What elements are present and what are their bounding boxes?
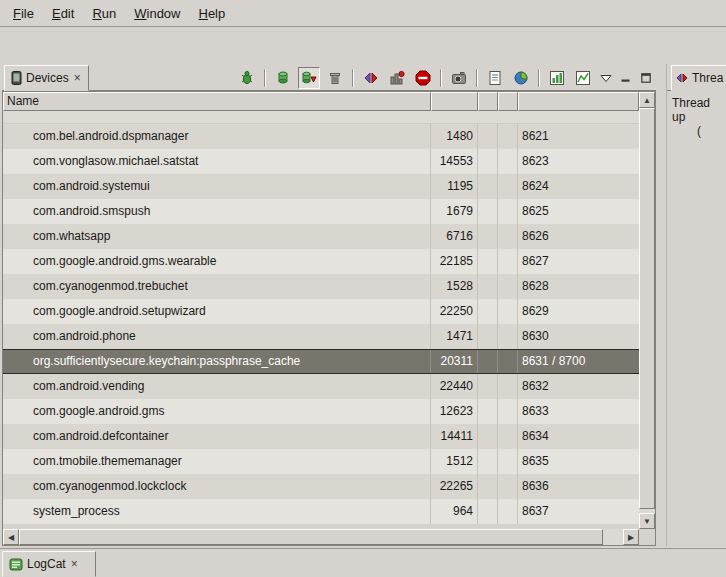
menu-window[interactable]: Window — [125, 2, 189, 25]
process-port: 8625 — [518, 199, 639, 224]
column-header-status2[interactable] — [498, 92, 518, 111]
vertical-scroll-thumb[interactable] — [639, 108, 655, 509]
process-pid: 14411 — [431, 424, 478, 449]
process-port: 8628 — [518, 274, 639, 299]
maximize-button[interactable] — [638, 70, 654, 86]
close-icon[interactable]: × — [73, 71, 82, 85]
process-pid: 22185 — [431, 249, 478, 274]
process-port: 8629 — [518, 299, 639, 324]
device-icon — [11, 71, 22, 85]
process-port: 8635 — [518, 449, 639, 474]
process-status-cell — [478, 350, 498, 373]
view-menu-button[interactable] — [598, 70, 614, 86]
process-status-cell — [478, 199, 498, 224]
process-name: com.google.android.setupwizard — [3, 299, 431, 324]
table-row[interactable]: com.android.defcontainer144118634 — [3, 424, 639, 449]
process-name: com.google.android.gms.wearable — [3, 249, 431, 274]
process-name: com.bel.android.dspmanager — [3, 124, 431, 149]
process-status-cell2 — [498, 249, 518, 274]
process-port: 8621 — [518, 124, 639, 149]
vertical-scrollbar[interactable]: ▲ ▼ — [639, 92, 655, 529]
stop-process-button[interactable] — [412, 67, 434, 89]
table-row[interactable]: com.vonglasow.michael.satstat145538623 — [3, 149, 639, 174]
process-status-cell2 — [498, 374, 518, 399]
scroll-right-arrow[interactable]: ▶ — [623, 529, 639, 545]
process-name: system_process — [3, 499, 431, 524]
column-header-status[interactable] — [478, 92, 498, 111]
table-row[interactable]: com.android.vending224408632 — [3, 374, 639, 399]
tab-devices[interactable]: Devices × — [4, 65, 89, 91]
table-row[interactable]: com.google.android.gms126238633 — [3, 399, 639, 424]
scroll-left-arrow[interactable]: ◀ — [3, 529, 19, 545]
menu-edit[interactable]: Edit — [43, 2, 83, 25]
table-row[interactable]: com.android.phone14718630 — [3, 324, 639, 349]
process-status-cell — [478, 299, 498, 324]
table-body: com.bel.android.dspmanager14808621com.vo… — [3, 111, 639, 529]
process-port: 8633 — [518, 399, 639, 424]
minimize-button[interactable] — [618, 70, 634, 86]
column-header-port[interactable] — [518, 92, 639, 111]
process-status-cell — [478, 374, 498, 399]
process-status-cell — [478, 424, 498, 449]
method-profiling-button[interactable] — [386, 67, 408, 89]
menu-run[interactable]: Run — [83, 2, 125, 25]
table-row[interactable]: com.google.android.setupwizard222508629 — [3, 299, 639, 324]
table-rows: com.bel.android.dspmanager14808621com.vo… — [3, 124, 639, 524]
app-window: File Edit Run Window Help Devices × — [0, 0, 726, 577]
process-status-cell — [478, 224, 498, 249]
threads-icon — [676, 72, 688, 84]
debug-process-button[interactable] — [236, 67, 258, 89]
screen-capture-button[interactable] — [448, 67, 470, 89]
menu-file[interactable]: File — [4, 2, 43, 25]
process-status-cell — [478, 249, 498, 274]
menu-help[interactable]: Help — [189, 2, 234, 25]
table-row[interactable]: com.bel.android.dspmanager14808621 — [3, 124, 639, 149]
update-threads-button[interactable] — [360, 67, 382, 89]
horizontal-scroll-thumb[interactable] — [19, 529, 603, 545]
process-status-cell2 — [498, 174, 518, 199]
threads-message: Thread up ( — [667, 91, 726, 138]
process-port: 8632 — [518, 374, 639, 399]
table-row[interactable]: com.android.smspush16798625 — [3, 199, 639, 224]
hierarchy-view-button[interactable] — [546, 67, 568, 89]
table-row[interactable]: com.tmobile.thememanager15128635 — [3, 449, 639, 474]
process-status-cell2 — [498, 449, 518, 474]
toolbar-separator — [476, 69, 478, 87]
table-row[interactable]: org.sufficientlysecure.keychain:passphra… — [3, 349, 639, 374]
process-pid: 22250 — [431, 299, 478, 324]
table-row[interactable]: com.google.android.gms.wearable221858627 — [3, 249, 639, 274]
toolbar-separator — [352, 69, 354, 87]
table-row[interactable]: com.whatsapp67168626 — [3, 224, 639, 249]
process-port: 8627 — [518, 249, 639, 274]
process-name: com.android.defcontainer — [3, 424, 431, 449]
table-row[interactable]: system_process9648637 — [3, 499, 639, 524]
process-status-cell2 — [498, 299, 518, 324]
table-row[interactable]: com.cyanogenmod.trebuchet15288628 — [3, 274, 639, 299]
process-pid: 1528 — [431, 274, 478, 299]
table-row[interactable]: com.cyanogenmod.lockclock222658636 — [3, 474, 639, 499]
scroll-down-arrow[interactable]: ▼ — [639, 513, 655, 529]
process-status-cell2 — [498, 149, 518, 174]
tab-logcat[interactable]: LogCat × — [2, 551, 96, 577]
column-header-pid[interactable] — [431, 92, 478, 111]
update-heap-button[interactable] — [272, 67, 294, 89]
process-pid: 1195 — [431, 174, 478, 199]
horizontal-scrollbar[interactable]: ◀ ▶ — [3, 529, 639, 545]
dump-hprof-button[interactable] — [298, 67, 320, 89]
system-info-button[interactable] — [510, 67, 532, 89]
column-header-name[interactable]: Name — [3, 92, 431, 111]
cause-gc-button[interactable] — [324, 67, 346, 89]
process-name: com.android.vending — [3, 374, 431, 399]
close-icon[interactable]: × — [70, 557, 79, 571]
process-status-cell2 — [498, 399, 518, 424]
process-port: 8634 — [518, 424, 639, 449]
process-name: com.tmobile.thememanager — [3, 449, 431, 474]
chevron-down-icon — [600, 74, 612, 83]
process-status-cell — [478, 474, 498, 499]
network-stats-button[interactable] — [572, 67, 594, 89]
tab-threads[interactable]: Threa — [671, 65, 726, 91]
scroll-up-arrow[interactable]: ▲ — [639, 92, 655, 108]
table-row[interactable]: com.android.systemui11958624 — [3, 174, 639, 199]
report-button[interactable] — [484, 67, 506, 89]
process-pid: 1480 — [431, 124, 478, 149]
